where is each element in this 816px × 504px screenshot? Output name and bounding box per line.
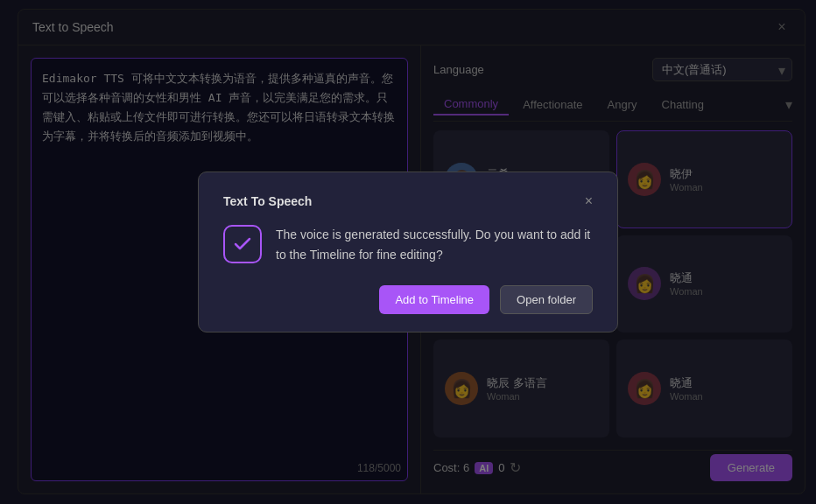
confirm-message: The voice is generated successfully. Do …	[276, 225, 593, 264]
confirm-dialog-title-bar: Text To Speech ×	[223, 193, 593, 209]
confirm-dialog-actions: Add to Timeline Open folder	[223, 285, 593, 314]
check-icon	[232, 234, 253, 255]
overlay: Text To Speech × The voice is generated …	[0, 0, 816, 504]
confirm-dialog-title: Text To Speech	[223, 194, 312, 208]
success-icon-wrapper	[223, 225, 262, 263]
add-to-timeline-button[interactable]: Add to Timeline	[379, 285, 489, 314]
confirm-close-button[interactable]: ×	[585, 193, 593, 209]
confirm-dialog: Text To Speech × The voice is generated …	[198, 172, 618, 332]
open-folder-button[interactable]: Open folder	[500, 285, 593, 314]
confirm-dialog-body: The voice is generated successfully. Do …	[223, 225, 593, 264]
